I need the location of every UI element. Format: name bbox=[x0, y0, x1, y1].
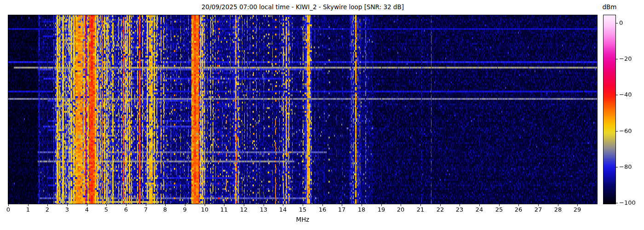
x-tick-label: 29 bbox=[568, 207, 586, 213]
x-tick-label: 2 bbox=[38, 207, 57, 213]
colorbar-tick-mark bbox=[616, 203, 618, 203]
colorbar-tick-label: −40 bbox=[619, 92, 632, 98]
x-tick-label: 24 bbox=[470, 207, 489, 213]
colorbar-tick-label: 0 bbox=[619, 20, 623, 26]
x-axis-label: MHz bbox=[8, 216, 597, 223]
x-tick-label: 18 bbox=[352, 207, 371, 213]
x-tick-label: 21 bbox=[411, 207, 430, 213]
x-tick-label: 12 bbox=[235, 207, 253, 213]
x-tick-label: 9 bbox=[176, 207, 194, 213]
x-tick-label: 28 bbox=[549, 207, 567, 213]
colorbar-tick-label: −80 bbox=[619, 164, 632, 170]
figure-title: 20/09/2025 07:00 local time - KIWI_2 - S… bbox=[8, 3, 597, 11]
x-tick-label: 22 bbox=[431, 207, 449, 213]
x-tick-label: 27 bbox=[529, 207, 547, 213]
x-tick-label: 6 bbox=[117, 207, 135, 213]
x-tick-label: 7 bbox=[137, 207, 155, 213]
x-tick-label: 5 bbox=[97, 207, 115, 213]
x-tick-label: 15 bbox=[293, 207, 312, 213]
x-tick-label: 8 bbox=[156, 207, 174, 213]
colorbar-tick-mark bbox=[616, 95, 618, 95]
x-tick-label: 26 bbox=[509, 207, 528, 213]
colorbar-tick-mark bbox=[616, 167, 618, 167]
x-tick-label: 23 bbox=[450, 207, 469, 213]
x-tick-label: 13 bbox=[254, 207, 273, 213]
colorbar-tick-mark bbox=[616, 23, 618, 23]
spectrogram-figure: 20/09/2025 07:00 local time - KIWI_2 - S… bbox=[0, 0, 644, 230]
x-tick-label: 16 bbox=[313, 207, 332, 213]
x-tick-label: 25 bbox=[490, 207, 508, 213]
x-tick-label: 10 bbox=[196, 207, 214, 213]
x-tick-label: 3 bbox=[58, 207, 76, 213]
x-tick-label: 0 bbox=[0, 207, 17, 213]
colorbar-tick-label: −100 bbox=[619, 200, 636, 206]
x-tick-label: 4 bbox=[78, 207, 96, 213]
x-tick-label: 1 bbox=[19, 207, 37, 213]
waterfall-canvas bbox=[8, 15, 597, 204]
x-tick-label: 11 bbox=[215, 207, 233, 213]
x-tick-label: 17 bbox=[333, 207, 351, 213]
x-tick-label: 14 bbox=[274, 207, 292, 213]
colorbar-tick-mark bbox=[616, 59, 618, 59]
colorbar-gradient bbox=[604, 15, 615, 204]
colorbar-tick-mark bbox=[616, 131, 618, 132]
colorbar-title: dBm bbox=[600, 3, 619, 11]
colorbar-tick-label: −60 bbox=[619, 128, 632, 134]
x-tick-label: 20 bbox=[391, 207, 410, 213]
colorbar-tick-label: −20 bbox=[619, 56, 632, 62]
plot-area bbox=[8, 15, 597, 204]
x-tick-label: 19 bbox=[372, 207, 391, 213]
